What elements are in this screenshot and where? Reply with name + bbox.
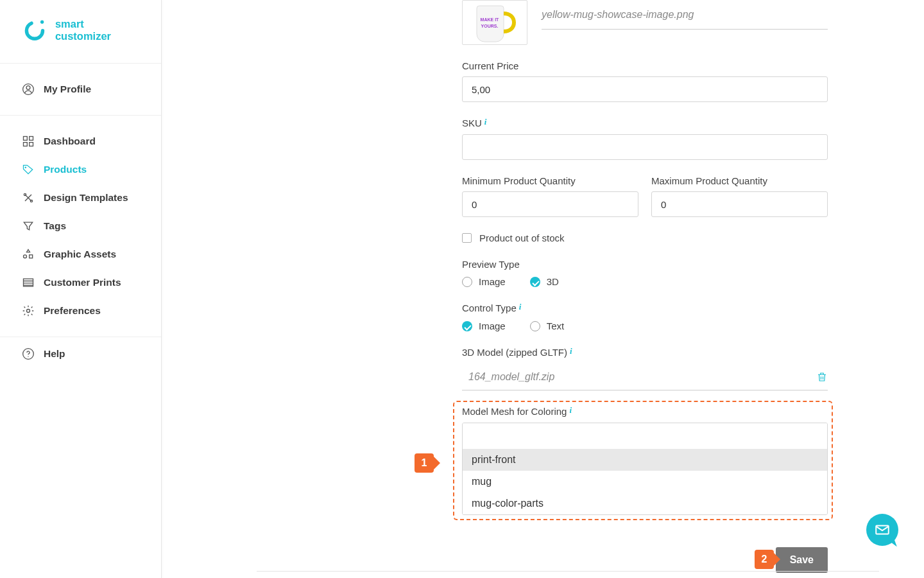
sidebar-item-preferences[interactable]: Preferences <box>0 297 161 325</box>
svg-text:YOURS.: YOURS. <box>481 24 499 28</box>
gear-icon <box>22 304 35 317</box>
preview-image-radio[interactable] <box>462 277 472 287</box>
image-filename-field[interactable]: yellow-mug-showcase-image.png <box>542 0 828 30</box>
current-price-input[interactable] <box>462 76 828 102</box>
support-button[interactable] <box>866 514 898 546</box>
preview-3d-radio[interactable] <box>530 277 540 287</box>
min-qty-input[interactable] <box>462 191 638 217</box>
help-icon <box>22 347 35 360</box>
info-icon[interactable]: i <box>570 346 572 356</box>
preview-type-label: Preview Type <box>462 259 828 270</box>
out-of-stock-checkbox[interactable] <box>462 233 472 243</box>
svg-rect-7 <box>30 143 33 146</box>
mesh-label: Model Mesh for Coloringi <box>462 406 828 417</box>
mesh-option-mug-color-parts[interactable]: mug-color-parts <box>463 493 827 514</box>
info-icon[interactable]: i <box>519 302 522 311</box>
svg-point-14 <box>27 310 30 313</box>
product-image-row: MAKE IT YOURS. yellow-mug-showcase-image… <box>462 0 828 45</box>
brand-name: smart customizer <box>55 18 138 42</box>
logo-icon <box>23 18 46 42</box>
model-label: 3D Model (zipped GLTF)i <box>462 347 828 358</box>
sidebar: smart customizer My Profile Dashboard Pr… <box>0 0 162 578</box>
profile-icon <box>22 83 35 96</box>
info-icon[interactable]: i <box>484 117 487 127</box>
callout-badge-1: 1 <box>415 453 434 473</box>
product-form: MAKE IT YOURS. yellow-mug-showcase-image… <box>462 0 828 573</box>
sidebar-item-label: Graphic Assets <box>44 249 116 260</box>
sidebar-item-customer-prints[interactable]: Customer Prints <box>0 268 161 297</box>
mesh-option-print-front[interactable]: print-front <box>463 449 827 471</box>
sidebar-item-label: Customer Prints <box>44 277 121 288</box>
mesh-select[interactable]: print-front mug mug-color-parts <box>462 423 828 515</box>
model-filename: 164_model_gltf.zip <box>468 371 816 383</box>
svg-point-11 <box>24 255 27 258</box>
trash-icon[interactable] <box>816 371 828 383</box>
sidebar-item-label: Preferences <box>44 305 101 317</box>
save-button[interactable]: Save <box>776 547 828 573</box>
svg-rect-12 <box>30 255 33 258</box>
sku-label: SKUi <box>462 118 828 129</box>
mesh-option-mug[interactable]: mug <box>463 471 827 493</box>
control-image-label: Image <box>479 320 506 331</box>
tag-icon <box>22 163 35 176</box>
mesh-input[interactable] <box>463 423 827 449</box>
sidebar-item-label: Dashboard <box>44 136 96 147</box>
prints-icon <box>22 276 35 289</box>
preview-3d-label: 3D <box>547 276 559 287</box>
svg-rect-6 <box>24 143 28 146</box>
sidebar-item-label: Design Templates <box>44 192 128 204</box>
callout-badge-2: 2 <box>755 550 774 569</box>
sidebar-item-graphic-assets[interactable]: Graphic Assets <box>0 240 161 268</box>
svg-rect-4 <box>24 137 28 141</box>
assets-icon <box>22 248 35 261</box>
svg-point-3 <box>26 86 30 90</box>
sidebar-item-label: Tags <box>44 220 66 232</box>
image-filename: yellow-mug-showcase-image.png <box>542 9 694 21</box>
model-file-row: 164_model_gltf.zip <box>462 363 828 390</box>
sidebar-item-help[interactable]: Help <box>0 337 161 371</box>
sidebar-item-label: Help <box>44 348 65 360</box>
min-qty-label: Minimum Product Quantity <box>462 175 638 186</box>
my-profile-link[interactable]: My Profile <box>0 75 161 103</box>
preview-image-label: Image <box>479 276 506 287</box>
control-type-label: Control Typei <box>462 302 828 314</box>
svg-text:MAKE IT: MAKE IT <box>481 17 500 22</box>
sidebar-item-label: My Profile <box>44 83 91 95</box>
control-text-radio[interactable] <box>530 321 540 331</box>
mail-icon <box>874 521 891 538</box>
sku-input[interactable] <box>462 134 828 160</box>
control-image-radio[interactable] <box>462 321 472 331</box>
sidebar-item-tags[interactable]: Tags <box>0 212 161 240</box>
sidebar-item-products[interactable]: Products <box>0 155 161 184</box>
current-price-label: Current Price <box>462 60 828 71</box>
out-of-stock-label: Product out of stock <box>479 232 565 243</box>
max-qty-label: Maximum Product Quantity <box>651 175 828 186</box>
svg-rect-5 <box>30 137 33 141</box>
product-image-thumbnail[interactable]: MAKE IT YOURS. <box>462 0 527 45</box>
svg-point-1 <box>40 21 44 24</box>
design-icon <box>22 191 35 204</box>
info-icon[interactable]: i <box>569 405 572 415</box>
svg-point-8 <box>25 166 27 168</box>
mesh-section: Model Mesh for Coloringi print-front mug… <box>462 406 828 515</box>
control-text-label: Text <box>547 320 565 331</box>
footer-divider <box>257 571 879 572</box>
filter-icon <box>22 220 35 232</box>
svg-point-16 <box>28 356 28 357</box>
dashboard-icon <box>22 135 35 148</box>
sidebar-item-design-templates[interactable]: Design Templates <box>0 184 161 212</box>
sidebar-item-dashboard[interactable]: Dashboard <box>0 127 161 155</box>
max-qty-input[interactable] <box>651 191 828 217</box>
logo-area: smart customizer <box>0 0 161 64</box>
mug-icon: MAKE IT YOURS. <box>472 1 518 44</box>
sidebar-item-label: Products <box>44 164 87 175</box>
svg-point-0 <box>26 22 42 39</box>
